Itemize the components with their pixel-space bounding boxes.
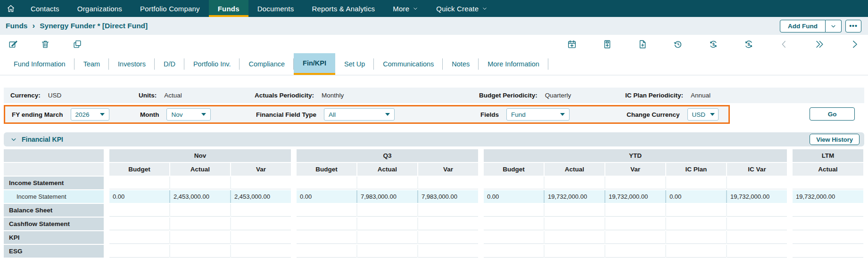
nav-item-portfolio-company[interactable]: Portfolio Company [131,0,209,17]
fast-forward-icon[interactable] [814,39,825,50]
history-icon[interactable] [672,39,684,50]
table-cell [727,177,787,189]
collapse-chevron-icon[interactable] [10,136,17,143]
table-cell[interactable]: 0.00 [484,190,544,203]
table-cell [170,231,230,244]
table-cell [727,245,787,258]
clipboard-add-icon[interactable] [602,39,613,50]
edit-icon[interactable] [8,39,19,50]
group-header-ytd: YTD [484,149,787,162]
financial-field-type-select[interactable]: All [324,108,395,121]
currency-refresh-alt-icon[interactable]: $ [743,39,754,50]
nav-item-organizations[interactable]: Organizations [68,0,131,17]
tab-fin-kpi[interactable]: Fin/KPI [294,53,335,75]
row-label: Income Statement [4,177,104,189]
tab-team[interactable]: Team [74,53,109,75]
view-history-button[interactable]: View History [810,134,860,145]
tab-compliance[interactable]: Compliance [240,53,294,75]
table-cell [666,245,726,258]
info-ic-plan-periodicity: IC Plan Periodicity:Annual [625,88,711,103]
tab-portfolio-inv[interactable]: Portfolio Inv. [184,53,240,75]
column-group-ltm [793,245,863,258]
table-cell [793,177,863,189]
info-label: IC Plan Periodicity: [625,92,683,99]
nav-item-documents[interactable]: Documents [248,0,303,17]
table-cell[interactable]: 19,732,000.00 [793,190,863,203]
table-cell[interactable]: 19,732,000.00 [727,190,787,203]
tab-d-d[interactable]: D/D [155,53,184,75]
tab-set-up[interactable]: Set Up [335,53,374,75]
table-cell [666,177,726,189]
table-cell [357,177,417,189]
filter-label: Month [140,111,159,118]
tab-fund-information[interactable]: Fund Information [5,53,74,75]
copy-icon[interactable] [72,39,83,50]
filter-change-currency: Change CurrencyUSD [627,106,719,122]
table-cell[interactable]: 19,732,000.00 [605,190,665,203]
col-header-ytd-var: Var [605,163,665,176]
info-value: Monthly [322,92,344,99]
add-fund-dropdown-button[interactable] [826,20,842,32]
fy-ending-march-select[interactable]: 2026 [71,108,109,121]
table-cell[interactable]: 7,983,000.00 [418,190,478,203]
column-group-nov: Nov [109,149,291,162]
nav-item-reports-analytics[interactable]: Reports & Analytics [303,0,384,17]
filter-financial-field-type: Financial Field TypeAll [256,106,395,122]
nav-item-label: Reports & Analytics [312,5,375,13]
breadcrumb: Funds › Synergy Funder * [Direct Fund] [6,21,148,31]
calendar-add-icon[interactable] [566,39,578,50]
table-cell[interactable]: 7,983,000.00 [357,190,417,203]
tab-investors[interactable]: Investors [109,53,155,75]
table-cell [793,204,863,217]
nav-item-contacts[interactable]: Contacts [22,0,68,17]
table-cell[interactable]: 2,453,000.00 [231,190,291,203]
table-row-kpi: KPI [4,231,868,244]
add-fund-split-button: Add Fund [780,20,842,32]
info-units: Units:Actual [139,88,182,103]
currency-refresh-icon[interactable]: $ [708,39,719,50]
more-options-button[interactable]: ••• [845,20,861,32]
dropdown-caret-icon [201,113,206,116]
filter-label: Financial Field Type [256,111,316,118]
table-cell [545,231,604,244]
next-icon[interactable] [849,39,860,50]
column-group-nov [109,204,291,217]
column-group-ytd [484,204,787,217]
tab-more-information[interactable]: More Information [479,53,548,75]
tab-communications[interactable]: Communications [374,53,443,75]
table-cell [605,218,665,230]
table-cell[interactable]: 0.00 [297,190,356,203]
fields-select[interactable]: Fund [506,108,570,121]
filter-label: Fields [480,111,499,118]
column-group-q3 [297,177,478,189]
table-cell [666,204,726,217]
home-icon[interactable] [0,0,22,17]
table-cell [109,177,169,189]
go-button[interactable]: Go [810,107,855,121]
filter-fy-ending-march: FY ending March2026 [12,106,109,122]
breadcrumb-actions: Add Fund ••• [780,20,861,32]
table-cell[interactable]: 19,732,000.00 [545,190,604,203]
file-add-icon[interactable] [637,39,648,50]
top-nav: ContactsOrganizationsPortfolio CompanyFu… [0,0,868,17]
nav-item-more[interactable]: More [384,0,427,17]
table-cell[interactable]: 0.00 [109,190,169,203]
month-select[interactable]: Nov [166,108,211,121]
table-cell [170,218,230,230]
dropdown-caret-icon [710,113,715,116]
breadcrumb-funds-link[interactable]: Funds [6,22,28,30]
tab-notes[interactable]: Notes [443,53,479,75]
nav-item-funds[interactable]: Funds [209,0,248,17]
table-cell [545,204,604,217]
table-cell [605,204,665,217]
prev-icon[interactable] [778,39,790,50]
delete-icon[interactable] [40,39,51,50]
table-cell[interactable]: 0.00 [666,190,726,203]
financial-kpi-table: NovQ3YTDLTMBudgetActualVarBudgetActualVa… [4,149,868,258]
nav-item-quick-create[interactable]: Quick Create [427,0,496,17]
add-fund-button[interactable]: Add Fund [780,20,826,32]
change-currency-select[interactable]: USD [687,108,719,121]
table-cell[interactable]: 2,453,000.00 [170,190,230,203]
col-header-ytd-ic-plan: IC Plan [666,163,726,176]
col-header-nov-budget: Budget [109,163,169,176]
